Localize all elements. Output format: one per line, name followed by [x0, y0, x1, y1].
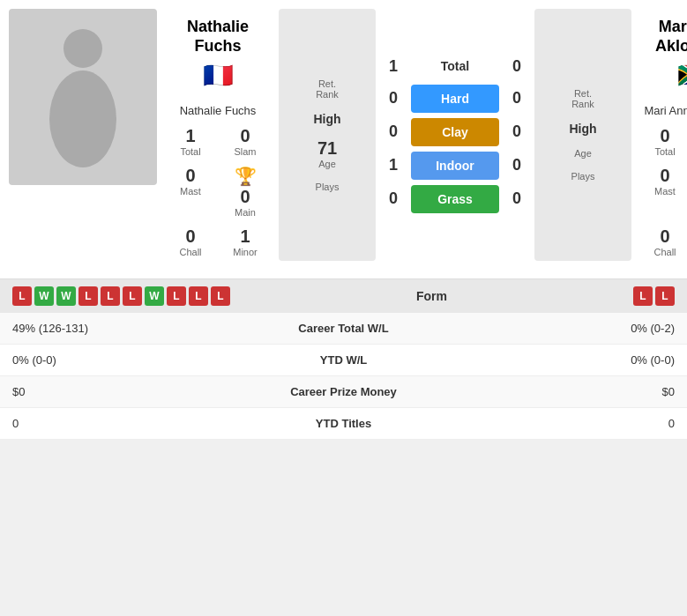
left-plays-item: Plays: [316, 182, 340, 192]
left-minor-cell: 1 Minor: [219, 223, 272, 261]
bottom-section: LWWLLLWLLL Form LL 49% (126-131)Career T…: [0, 278, 687, 440]
form-badge-left: L: [123, 286, 142, 306]
form-badge-left: L: [211, 286, 230, 306]
middle-section: 1 Total 0 0 Hard 0 0 Clay 0 1 Indoor 0 0: [379, 9, 531, 261]
right-chall-label: Chall: [653, 247, 676, 257]
right-center-panel: Ret. Rank High Age Plays: [534, 9, 631, 261]
form-badge-right: L: [633, 286, 653, 306]
left-chall-cell: 0 Chall: [164, 223, 217, 261]
left-age-value: 71: [317, 138, 337, 159]
left-ret-label: Ret.: [318, 78, 336, 89]
left-high-item: High: [313, 112, 340, 126]
indoor-row: 1 Indoor 0: [385, 152, 526, 180]
right-mast-label: Mast: [654, 186, 676, 197]
right-rank-label: Rank: [571, 99, 594, 109]
clay-button[interactable]: Clay: [411, 118, 499, 146]
clay-row: 0 Clay 0: [385, 118, 526, 146]
stats-row: $0Career Prize Money$0: [0, 376, 687, 408]
left-chall-label: Chall: [179, 247, 201, 257]
svg-point-1: [49, 71, 116, 167]
stat-left-value: 49% (126-131): [0, 313, 176, 345]
total-left-score: 1: [385, 57, 402, 76]
form-row: LWWLLLWLLL Form LL: [0, 279, 687, 313]
total-row: 1 Total 0: [385, 57, 526, 76]
right-player-info: Mari AnnAklougart 🇿🇦 Mari Ann Aklougart …: [635, 9, 687, 261]
stat-center-label: YTD W/L: [176, 345, 511, 376]
right-player-name: Mari AnnAklougart: [655, 18, 687, 56]
clay-left-score: 0: [385, 122, 402, 141]
stat-left-value: 0: [0, 408, 176, 440]
right-plays-item: Plays: [571, 171, 595, 182]
left-total-value: 1: [185, 126, 195, 146]
left-minor-label: Minor: [233, 247, 258, 257]
right-mast-cell: 0 Mast: [638, 162, 687, 221]
left-age-label: Age: [318, 159, 336, 169]
right-high-value: High: [569, 122, 596, 136]
stat-left-value: $0: [0, 376, 176, 408]
svg-point-0: [63, 29, 102, 68]
hard-left-score: 0: [385, 89, 402, 108]
stats-table: 49% (126-131)Career Total W/L0% (0-2)0% …: [0, 313, 687, 440]
left-slam-label: Slam: [234, 146, 256, 157]
hard-row: 0 Hard 0: [385, 85, 526, 113]
left-main-value: 0: [240, 187, 250, 207]
right-age-label: Age: [574, 148, 592, 159]
right-ret-label: Ret.: [574, 88, 592, 99]
form-badge-left: L: [167, 286, 186, 306]
right-total-value: 0: [660, 126, 669, 146]
right-player-stats: 0 Total 0 Slam 0 Mast 🏆 0 Main 0: [638, 122, 687, 261]
right-chall-value: 0: [660, 226, 669, 247]
form-badge-left: W: [56, 286, 76, 306]
total-label: Total: [411, 59, 499, 73]
left-minor-value: 1: [240, 226, 250, 247]
indoor-button[interactable]: Indoor: [411, 152, 499, 180]
stat-right-value: 0% (0-0): [511, 345, 687, 376]
right-player-name-label: Mari Ann Aklougart: [644, 104, 687, 117]
form-badges-left: LWWLLLWLLL: [12, 286, 230, 306]
stat-right-value: 0% (0-2): [511, 313, 687, 345]
left-high-value: High: [313, 112, 340, 126]
stat-center-label: YTD Titles: [176, 408, 511, 440]
grass-left-score: 0: [385, 189, 402, 208]
hard-button[interactable]: Hard: [411, 85, 499, 113]
form-badge-left: L: [78, 286, 98, 306]
stats-row: 0YTD Titles0: [0, 408, 687, 440]
indoor-right-score: 0: [508, 156, 526, 174]
form-badge-left: L: [101, 286, 120, 306]
right-mast-value: 0: [660, 166, 669, 186]
right-plays-label: Plays: [571, 171, 595, 182]
grass-right-score: 0: [508, 189, 526, 208]
left-center-panel: Ret. Rank High 71 Age Plays: [279, 9, 376, 261]
grass-row: 0 Grass 0: [385, 185, 526, 213]
right-total-cell: 0 Total: [638, 122, 687, 160]
left-total-label: Total: [180, 146, 200, 157]
hard-right-score: 0: [508, 89, 526, 108]
left-chall-value: 0: [185, 226, 195, 247]
left-plays-label: Plays: [316, 182, 340, 192]
left-player-stats: 1 Total 0 Slam 0 Mast 🏆 0 Main 0: [164, 122, 272, 261]
stat-left-value: 0% (0-0): [0, 345, 176, 376]
stat-right-value: 0: [511, 408, 687, 440]
left-mast-value: 0: [185, 166, 195, 186]
form-badge-left: L: [12, 286, 32, 306]
stat-center-label: Career Prize Money: [176, 376, 511, 408]
form-badge-left: W: [145, 286, 164, 306]
left-mast-cell: 0 Mast: [164, 162, 217, 221]
left-slam-cell: 0 Slam: [219, 122, 272, 160]
grass-button[interactable]: Grass: [411, 185, 499, 213]
main-container: NathalieFuchs 🇫🇷 Nathalie Fuchs 1 Total …: [0, 0, 687, 440]
stat-right-value: $0: [511, 376, 687, 408]
right-player-flag: 🇿🇦: [677, 61, 688, 90]
left-player-info: NathalieFuchs 🇫🇷 Nathalie Fuchs 1 Total …: [161, 9, 275, 261]
form-badges-right: LL: [633, 286, 675, 306]
left-slam-value: 0: [240, 126, 250, 146]
left-trophy-icon: 🏆: [235, 166, 257, 187]
form-badge-left: W: [34, 286, 54, 306]
stats-row: 49% (126-131)Career Total W/L0% (0-2): [0, 313, 687, 345]
stat-center-label: Career Total W/L: [176, 313, 511, 345]
left-mast-label: Mast: [180, 186, 201, 197]
right-rank-item: Ret. Rank: [571, 88, 594, 109]
stats-row: 0% (0-0)YTD W/L0% (0-0): [0, 345, 687, 376]
left-player-name-label: Nathalie Fuchs: [180, 104, 257, 117]
clay-right-score: 0: [508, 122, 526, 141]
